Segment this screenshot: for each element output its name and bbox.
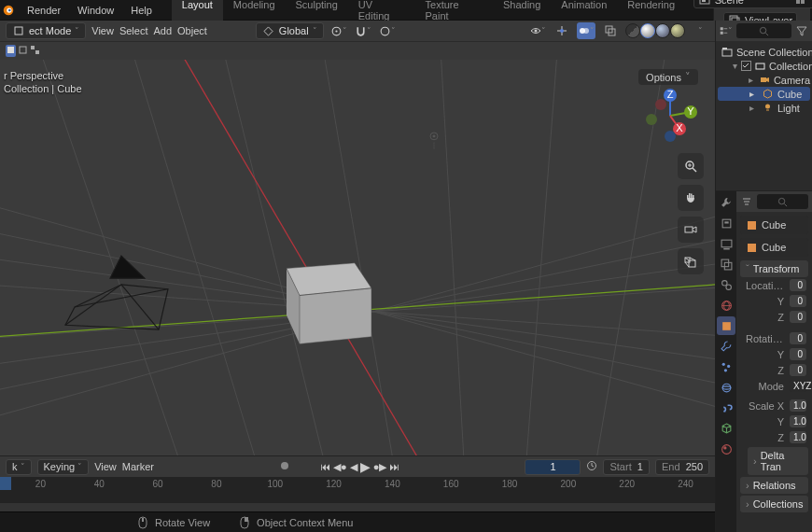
outliner-filter-icon[interactable] <box>795 24 808 37</box>
shading-dropdown[interactable] <box>691 22 709 39</box>
gizmo-toggle[interactable] <box>553 22 571 39</box>
keying-menu[interactable]: Keying <box>37 459 90 475</box>
end-frame-field[interactable]: End 250 <box>655 459 709 475</box>
field-location-x[interactable]: 0 <box>790 279 806 291</box>
overlay-perspective: r Perspective <box>4 69 82 82</box>
shading-wireframe[interactable] <box>625 23 640 38</box>
prop-tab-modifiers[interactable] <box>717 337 735 356</box>
pan-tool-icon[interactable] <box>678 185 704 211</box>
properties-search[interactable] <box>757 194 808 209</box>
nav-gizmo[interactable]: Z Y X <box>642 88 698 144</box>
panel-relations-header[interactable]: Relations <box>740 477 808 494</box>
timeline-track[interactable]: 20 40 60 80 100 120 140 160 180 200 220 … <box>0 477 715 502</box>
header-object[interactable]: Object <box>177 25 207 36</box>
zoom-tool-icon[interactable] <box>678 153 704 179</box>
svg-point-70 <box>655 99 666 110</box>
mode-selector[interactable]: ect Mode <box>6 22 86 39</box>
header-select[interactable]: Select <box>119 25 148 36</box>
current-frame-field[interactable]: 1 <box>525 459 581 475</box>
orientation-selector[interactable]: Global <box>256 22 324 39</box>
play-icon[interactable]: ▶ <box>360 459 371 474</box>
timeline-view-menu[interactable]: View <box>94 461 117 472</box>
jump-end-icon[interactable]: ⏭ <box>389 461 399 472</box>
prop-tab-object[interactable] <box>717 316 735 335</box>
field-rotation-y[interactable]: 0 <box>790 348 806 360</box>
timeline-scrollbar[interactable] <box>0 502 715 511</box>
prop-tab-data[interactable] <box>717 419 735 438</box>
proportional-edit-dropdown[interactable] <box>378 22 397 39</box>
svg-rect-109 <box>722 322 731 330</box>
outliner-mode-icon[interactable] <box>720 24 733 37</box>
outliner-item-camera[interactable]: ▸ Camera <box>718 73 810 87</box>
prop-tab-world[interactable] <box>717 296 735 315</box>
header-view[interactable]: View <box>91 25 114 36</box>
prop-tab-physics[interactable] <box>717 378 735 397</box>
timeline-marker-menu[interactable]: Marker <box>122 461 154 472</box>
outliner-search[interactable] <box>736 23 791 38</box>
panel-transform-header[interactable]: Transform <box>740 260 808 277</box>
browse-scene-icon[interactable] <box>794 0 807 7</box>
prop-tab-constraints[interactable] <box>717 399 735 417</box>
overlays-toggle[interactable] <box>577 22 595 39</box>
select-mode-2[interactable] <box>18 45 28 57</box>
object-visibility-dropdown[interactable] <box>528 22 547 39</box>
shading-matprev[interactable] <box>655 23 670 38</box>
prop-tab-scene[interactable] <box>717 275 735 294</box>
outliner-item-cube[interactable]: ▸ Cube <box>718 87 810 101</box>
play-reverse-icon[interactable]: ◀ <box>350 461 357 473</box>
start-frame-field[interactable]: Start 1 <box>603 459 649 475</box>
outliner-scene-collection[interactable]: Scene Collection <box>718 45 810 59</box>
checkbox-icon[interactable] <box>741 60 751 72</box>
prop-tab-output[interactable] <box>717 234 735 253</box>
props-filter-icon[interactable] <box>740 195 753 208</box>
panel-delta-transform-header[interactable]: Delta Tran <box>748 447 808 475</box>
prop-tab-viewlayer[interactable] <box>717 255 735 273</box>
outliner-item-light[interactable]: ▸ Light <box>718 101 810 115</box>
jump-start-icon[interactable]: ⏮ <box>320 461 330 472</box>
prop-tab-material[interactable] <box>717 440 735 458</box>
outliner-collection[interactable]: ▾ Collection <box>718 59 810 73</box>
menu-help[interactable]: Help <box>122 1 161 20</box>
properties-breadcrumb-2[interactable]: Cube <box>740 238 808 257</box>
header-add[interactable]: Add <box>153 25 172 36</box>
field-scale-y[interactable]: 1.0 <box>790 415 806 427</box>
shading-rendered[interactable] <box>670 23 685 38</box>
menu-render[interactable]: Render <box>19 1 69 20</box>
camera-icon <box>760 74 770 86</box>
shading-solid[interactable] <box>640 23 655 38</box>
field-scale-z[interactable]: 1.0 <box>790 431 806 443</box>
viewport-options-popover[interactable]: Options˅ <box>638 69 698 85</box>
select-mode-3[interactable] <box>30 45 40 57</box>
field-scale-x[interactable]: 1.0 <box>790 399 806 412</box>
outliner[interactable]: Scene Collection ▾ Collection ▸ Camera ▸… <box>716 41 812 190</box>
properties-breadcrumb-1[interactable]: Cube <box>740 216 808 234</box>
object-cube[interactable] <box>287 263 371 344</box>
prop-tab-particles[interactable] <box>717 357 735 376</box>
field-location-z[interactable]: 0 <box>790 311 806 323</box>
panel-collections-header[interactable]: Collections <box>740 496 808 512</box>
select-mode-1[interactable] <box>6 45 16 57</box>
autokey-toggle[interactable] <box>279 460 290 473</box>
pivot-point-dropdown[interactable] <box>329 22 348 39</box>
camera-view-icon[interactable] <box>678 217 704 243</box>
snap-dropdown[interactable] <box>354 22 372 39</box>
xray-toggle[interactable] <box>601 22 620 39</box>
playback-menu[interactable]: k <box>6 459 32 475</box>
prop-tab-tool[interactable] <box>717 193 735 212</box>
field-rotation-mode[interactable]: XYZ <box>790 380 806 392</box>
menu-window[interactable]: Window <box>69 1 122 20</box>
collection-icon <box>755 60 765 72</box>
preview-range-icon[interactable] <box>586 460 597 473</box>
keyframe-prev-icon[interactable]: ◀● <box>333 461 347 473</box>
field-rotation-z[interactable]: 0 <box>790 364 806 376</box>
prop-tab-render[interactable] <box>717 214 735 232</box>
playhead[interactable] <box>0 477 11 490</box>
perspective-toggle-icon[interactable] <box>678 248 704 274</box>
scene-selector[interactable]: Scene × <box>693 0 812 8</box>
mesh-icon <box>762 88 774 100</box>
svg-line-93 <box>765 33 768 35</box>
field-location-y[interactable]: 0 <box>790 295 806 307</box>
field-rotation-x[interactable]: 0 <box>790 332 806 344</box>
keyframe-next-icon[interactable]: ●▶ <box>373 461 387 473</box>
3d-viewport[interactable]: r Perspective Collection | Cube Options˅… <box>0 60 715 455</box>
